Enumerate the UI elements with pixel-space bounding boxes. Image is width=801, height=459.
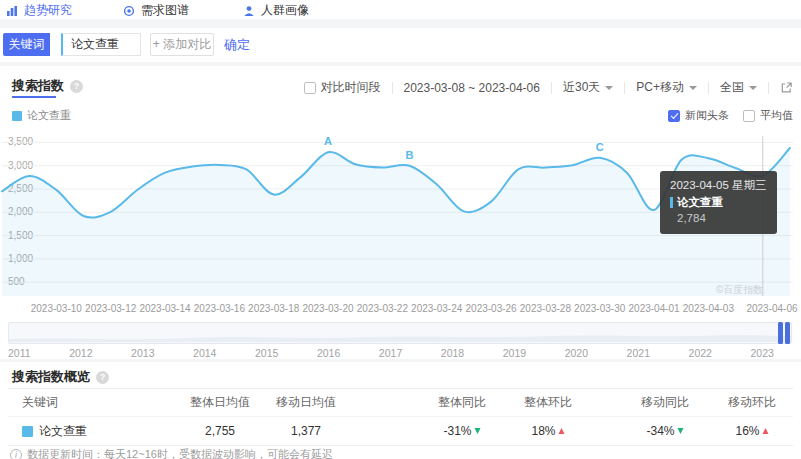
nav-demand-graph[interactable]: 需求图谱 [123,2,189,19]
x-tick-label: 2023-03-20 [302,303,353,314]
keyword-tag: 关键词 [3,33,50,56]
tooltip-series-name: 论文查重 [677,194,723,211]
cell-value: 16% [735,424,759,438]
trend-down-arrow-icon [678,428,684,434]
col-header: 整体环比 [524,394,572,411]
col-header: 移动日均值 [276,394,336,411]
duration-select[interactable]: 近30天 [563,79,613,96]
tab-search-index[interactable]: 搜索指数 [12,77,83,95]
table-cell: 2,755 [205,424,235,438]
news-marker-B[interactable]: B [406,149,414,161]
cell-value: 1,377 [291,424,321,438]
average-checkbox[interactable] [743,110,755,122]
tooltip-date: 2023-04-05 星期三 [670,177,767,194]
help-icon[interactable] [96,371,109,384]
divider-strip [0,62,801,66]
keyword-input-wrap [61,33,141,56]
chart-controls: 对比时间段 2023-03-08 ~ 2023-04-06 近30天 PC+移动… [304,79,794,96]
watermark: ©百度指数 [716,283,763,297]
table-cell: 18% [531,424,564,438]
timeline-handle-left[interactable] [778,322,783,344]
active-tab-underline [12,96,56,98]
news-headlines-checkbox[interactable] [668,110,680,122]
info-icon [10,449,22,459]
compare-period-checkbox[interactable] [304,82,316,94]
nav-trend-research[interactable]: 趋势研究 [6,2,72,19]
timeline-mini-chart [9,323,791,343]
series-legend-label: 论文查重 [27,108,71,123]
timeline-slider-track[interactable] [8,322,792,344]
separator [392,82,393,94]
x-tick-label: 2023-03-18 [248,303,299,314]
nav-label: 需求图谱 [141,2,189,19]
device-select[interactable]: PC+移动 [636,79,697,96]
timeline-year-label: 2015 [255,347,278,359]
region-value: 全国 [720,79,744,96]
table-divider [8,388,793,389]
duration-value: 近30天 [563,79,600,96]
footnote-text: 数据更新时间：每天12~16时，受数据波动影响，可能会有延迟 [27,447,333,459]
row-keyword-text: 论文查重 [39,423,87,440]
timeline-year-label: 2014 [193,347,216,359]
person-icon [243,5,255,17]
nav-label: 趋势研究 [24,2,72,19]
keyword-input[interactable] [63,34,140,55]
news-marker-A[interactable]: A [324,135,332,147]
separator [624,82,625,94]
x-tick-label: 2023-03-12 [85,303,136,314]
x-tick-label: 2023-04-01 [629,303,680,314]
col-header-keyword: 关键词 [22,394,58,411]
export-icon[interactable] [780,81,793,94]
add-compare-button[interactable]: + 添加对比 [150,33,214,56]
x-tick-label: 2023-03-26 [466,303,517,314]
compare-period-control[interactable]: 对比时间段 [304,79,381,96]
chevron-down-icon [605,86,613,90]
x-tick-label: 2023-04-03 [683,303,734,314]
baidu-index-page: 趋势研究 需求图谱 人群画像 关键词 + 添加对比 确定 搜索指数 对比时间段 … [0,0,801,459]
timeline-year-label: 2021 [627,347,650,359]
panel-title-text: 搜索指数 [12,77,64,95]
tooltip-series-swatch [670,197,673,208]
table-divider [8,445,793,446]
trend-up-arrow-icon [559,428,565,434]
data-update-note: 数据更新时间：每天12~16时，受数据波动影响，可能会有延迟 [10,447,333,459]
radar-icon [123,5,135,17]
timeline-year-label: 2012 [69,347,92,359]
help-icon[interactable] [70,80,83,93]
x-tick-label: 2023-03-22 [357,303,408,314]
x-tick-label: 2023-03-14 [139,303,190,314]
trend-up-arrow-icon [763,428,769,434]
device-value: PC+移动 [636,79,684,96]
chevron-down-icon [749,86,757,90]
timeline-years: 2011201220132014201520162017201820192020… [8,347,774,359]
timeline-year-label: 2022 [689,347,712,359]
x-tick-label: 2023-03-30 [574,303,625,314]
timeline-year-label: 2017 [379,347,402,359]
confirm-button[interactable]: 确定 [224,36,250,54]
x-tick-label: 2023-03-28 [520,303,571,314]
col-header: 移动同比 [641,394,689,411]
timeline-handle-right[interactable] [785,322,790,344]
timeline-year-label: 2020 [565,347,588,359]
news-headlines-option[interactable]: 新闻头条 [668,108,729,123]
news-headlines-label: 新闻头条 [685,108,729,123]
trend-down-arrow-icon [475,428,481,434]
region-select[interactable]: 全国 [720,79,757,96]
news-marker-C[interactable]: C [596,141,604,153]
trend-chart-icon [6,5,18,17]
row-color-swatch [22,426,33,437]
average-option[interactable]: 平均值 [743,108,793,123]
date-range-display[interactable]: 2023-03-08 ~ 2023-04-06 [404,81,540,95]
table-cell: 1,377 [291,424,321,438]
separator [768,82,769,94]
nav-audience-profile[interactable]: 人群画像 [243,2,309,19]
top-nav: 趋势研究 需求图谱 人群画像 [0,0,801,19]
x-tick-label: 2023-03-24 [411,303,462,314]
cell-value: 2,755 [205,424,235,438]
series-legend: 论文查重 [12,108,71,123]
table-row-keyword: 论文查重 [22,423,87,440]
x-tick-label: 2023-03-10 [31,303,82,314]
timeline-year-label: 2023 [750,347,773,359]
cell-value: 18% [531,424,555,438]
chart-option-checkboxes: 新闻头条 平均值 [668,108,793,123]
